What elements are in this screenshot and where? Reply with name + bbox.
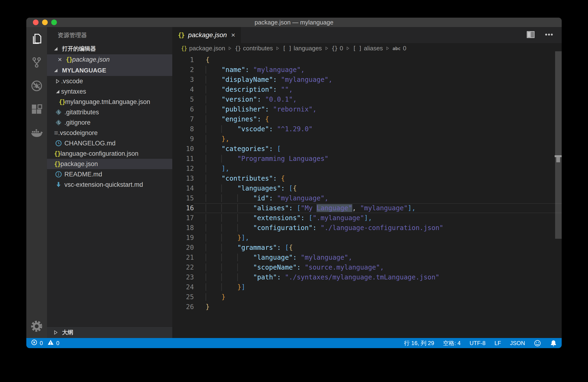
scrollbar-track[interactable] xyxy=(555,49,562,338)
breadcrumb-item-0[interactable]: abc0 xyxy=(393,45,406,52)
code-line-5: 5 "version": "0.0.1", xyxy=(172,94,562,104)
debug-icon[interactable] xyxy=(26,74,47,98)
source-control-icon[interactable] xyxy=(26,51,47,74)
more-actions-icon[interactable] xyxy=(544,30,554,40)
tree-item-.vscode[interactable]: .vscode xyxy=(47,76,172,86)
symbol-kind-icon: {} xyxy=(181,45,187,52)
docker-icon[interactable] xyxy=(26,121,47,145)
breadcrumb-label: package.json xyxy=(189,45,225,52)
folder-section-header[interactable]: MYLANGUAGE xyxy=(47,65,172,76)
open-editors-list: ×{}package.json xyxy=(47,54,172,65)
sidebar-title: 资源管理器 xyxy=(47,27,172,43)
line-number: 12 xyxy=(172,164,194,174)
chevron-collapsed-icon xyxy=(54,79,61,84)
split-editor-icon[interactable] xyxy=(526,30,535,40)
close-editor-icon[interactable]: × xyxy=(58,56,66,64)
chevron-expanded-icon xyxy=(52,68,59,73)
code-line-4: 4 "description": "", xyxy=(172,85,562,94)
eol-status[interactable]: LF xyxy=(494,340,501,346)
tree-item-mylanguage.tmLanguage.json[interactable]: {}mylanguage.tmLanguage.json xyxy=(47,97,172,107)
open-editor-label: package.json xyxy=(72,56,109,63)
tab-label: package.json xyxy=(188,31,227,39)
vscode-window: package.json — mylanguage 资源管理器 打开的编辑器 ×… xyxy=(26,18,562,348)
breadcrumb-item-contributes[interactable]: {}contributes xyxy=(235,45,273,52)
code-line-23: 23 "path": "./syntaxes/mylanguage.tmLang… xyxy=(172,272,562,282)
line-number: 5 xyxy=(172,94,194,104)
scrollbar-thumb[interactable] xyxy=(555,51,562,239)
code-line-19: 19 }], xyxy=(172,233,562,243)
zoom-window-button[interactable] xyxy=(51,20,57,25)
line-number: 20 xyxy=(172,243,194,253)
language-mode-status[interactable]: JSON xyxy=(510,340,525,346)
tree-item-.gitattributes[interactable]: .gitattributes xyxy=(47,107,172,117)
notifications-bell-icon[interactable] xyxy=(550,340,557,347)
tree-item-.vscodeignore[interactable]: ≡.vscodeignore xyxy=(47,128,172,138)
tree-item-syntaxes[interactable]: syntaxes xyxy=(47,86,172,97)
tree-item-package.json[interactable]: {}package.json xyxy=(47,159,172,169)
tree-item-vsc-extension-quickstart.md[interactable]: vsc-extension-quickstart.md xyxy=(47,180,172,190)
tree-item-label: .gitignore xyxy=(64,119,90,126)
code-line-10: 10 "categories": [ xyxy=(172,144,562,154)
breadcrumb-item-0[interactable]: {}0 xyxy=(332,45,343,52)
breadcrumb-separator-icon xyxy=(229,46,231,50)
tab-strip: {} package.json × xyxy=(172,27,562,43)
changelog-clock-icon xyxy=(54,140,63,147)
cursor-position-status[interactable]: 行 16, 列 29 xyxy=(404,339,434,347)
title-bar[interactable]: package.json — mylanguage xyxy=(26,18,562,27)
readme-info-icon xyxy=(54,171,63,178)
close-window-button[interactable] xyxy=(33,20,39,25)
explorer-icon[interactable] xyxy=(26,27,47,51)
file-tree: .vscodesyntaxes{}mylanguage.tmLanguage.j… xyxy=(47,76,172,190)
chevron-expanded-icon xyxy=(52,46,59,51)
line-number: 15 xyxy=(172,193,194,203)
minimize-window-button[interactable] xyxy=(42,20,48,25)
ignore-file-icon: ≡ xyxy=(54,129,58,137)
activity-bar xyxy=(26,27,47,338)
json-file-icon: {} xyxy=(178,31,184,39)
line-number: 8 xyxy=(172,124,194,134)
outline-section-header[interactable]: 大纲 xyxy=(47,326,172,338)
line-number: 1 xyxy=(172,55,194,65)
tab-package-json[interactable]: {} package.json × xyxy=(172,27,241,43)
tree-item-.gitignore[interactable]: .gitignore xyxy=(47,117,172,128)
breadcrumb-item-aliases[interactable]: [ ]aliases xyxy=(353,45,383,52)
code-line-14: 14 "languages": [{ xyxy=(172,183,562,193)
line-number: 22 xyxy=(172,263,194,272)
line-number: 14 xyxy=(172,183,194,193)
tree-item-label: README.md xyxy=(64,171,102,178)
code-line-22: 22 "scopeName": "source.mylanguage", xyxy=(172,263,562,272)
tree-item-CHANGELOG.md[interactable]: CHANGELOG.md xyxy=(47,138,172,148)
settings-icon[interactable] xyxy=(26,315,47,338)
tab-close-icon[interactable]: × xyxy=(231,31,235,39)
tree-item-language-configuration.json[interactable]: {}language-configuration.json xyxy=(47,148,172,159)
problems-status[interactable]: 0 0 xyxy=(31,339,60,347)
indentation-status[interactable]: 空格: 4 xyxy=(443,339,461,347)
line-number: 2 xyxy=(172,65,194,75)
warning-icon xyxy=(47,339,54,347)
breadcrumb-label: aliases xyxy=(364,45,383,52)
markdown-arrow-icon xyxy=(54,181,63,188)
window-title: package.json — mylanguage xyxy=(254,19,333,26)
line-number: 23 xyxy=(172,272,194,282)
breadcrumb-label: languages xyxy=(294,45,322,52)
line-number: 16 xyxy=(172,203,194,213)
open-editor-item-package.json[interactable]: ×{}package.json xyxy=(47,54,172,65)
breadcrumb-item-package.json[interactable]: {}package.json xyxy=(181,45,225,52)
feedback-smiley-icon[interactable] xyxy=(534,340,541,347)
code-line-13: 13 "contributes": { xyxy=(172,174,562,183)
encoding-status[interactable]: UTF-8 xyxy=(470,340,485,346)
line-number: 3 xyxy=(172,75,194,85)
extensions-icon[interactable] xyxy=(26,98,47,121)
json-file-icon: {} xyxy=(66,56,72,63)
code-line-25: 25 } xyxy=(172,292,562,302)
open-editors-section-header[interactable]: 打开的编辑器 xyxy=(47,43,172,54)
line-number: 26 xyxy=(172,302,194,312)
error-count: 0 xyxy=(40,340,43,346)
code-line-17: 17 "extensions": [".mylanguage"], xyxy=(172,213,562,223)
breadcrumb-separator-icon xyxy=(386,46,389,50)
chevron-expanded-icon xyxy=(54,90,61,94)
breadcrumb-item-languages[interactable]: [ ]languages xyxy=(282,45,322,52)
code-editor[interactable]: 1{2 "name": "mylanguage",3 "displayName"… xyxy=(172,54,562,338)
status-bar: 0 0 行 16, 列 29空格: 4UTF-8LFJSON xyxy=(26,338,562,348)
tree-item-README.md[interactable]: README.md xyxy=(47,169,172,180)
